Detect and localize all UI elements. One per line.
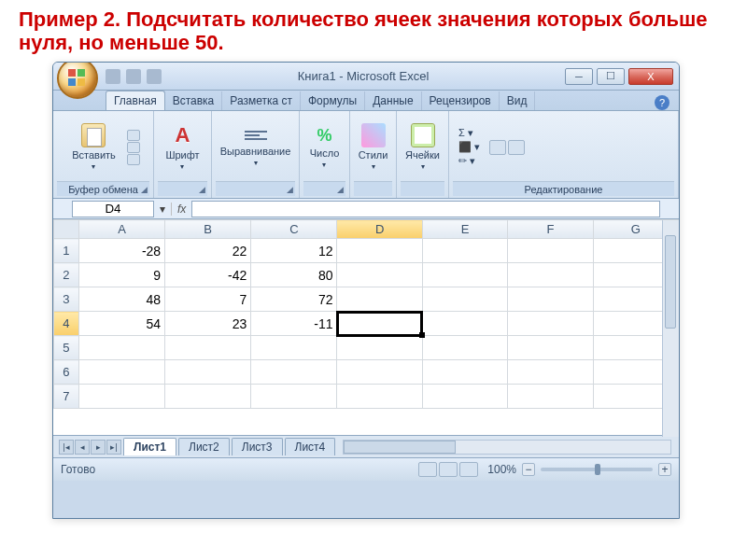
cell-E2[interactable] xyxy=(422,263,507,287)
row-header-1[interactable]: 1 xyxy=(54,239,79,263)
cell-F6[interactable] xyxy=(508,360,593,385)
sheet-tab-2[interactable]: Лист2 xyxy=(178,438,230,455)
hscroll-thumb[interactable] xyxy=(344,441,456,454)
vertical-scrollbar[interactable] xyxy=(662,220,679,437)
row-header-7[interactable]: 7 xyxy=(54,385,79,409)
cell-C4[interactable]: -11 xyxy=(251,312,337,336)
cell-C6[interactable] xyxy=(251,360,337,385)
cell-D5[interactable] xyxy=(337,336,422,360)
col-header-A[interactable]: A xyxy=(78,220,164,239)
tab-insert[interactable]: Вставка xyxy=(165,91,223,110)
cell-D3[interactable] xyxy=(337,287,422,312)
col-header-F[interactable]: F xyxy=(508,220,593,239)
cell-B7[interactable] xyxy=(165,385,251,409)
cell-C5[interactable] xyxy=(251,336,337,360)
tab-view[interactable]: Вид xyxy=(500,91,536,110)
sheet-tab-4[interactable]: Лист4 xyxy=(285,438,336,455)
sheet-tab-1[interactable]: Лист1 xyxy=(123,438,176,455)
row-header-4[interactable]: 4 xyxy=(54,312,79,336)
fx-icon[interactable]: fx xyxy=(171,203,191,216)
cell-B6[interactable] xyxy=(165,360,251,385)
cell-E6[interactable] xyxy=(422,360,507,385)
cell-F5[interactable] xyxy=(508,336,593,360)
cell-A5[interactable] xyxy=(78,336,164,360)
sheet-tab-3[interactable]: Лист3 xyxy=(232,438,283,455)
find-icon[interactable] xyxy=(508,140,525,155)
qat-save-icon[interactable] xyxy=(106,69,120,84)
zoom-level[interactable]: 100% xyxy=(487,463,516,476)
cell-B1[interactable]: 22 xyxy=(165,239,251,263)
cell-E1[interactable] xyxy=(422,239,507,263)
font-button[interactable]: AШрифт▾ xyxy=(160,121,204,173)
select-all-corner[interactable] xyxy=(54,220,79,239)
minimize-button[interactable]: ─ xyxy=(565,68,593,85)
row-header-3[interactable]: 3 xyxy=(54,287,79,312)
autosum-icon[interactable]: Σ ▾ xyxy=(458,127,480,139)
qat-redo-icon[interactable] xyxy=(147,69,162,84)
worksheet-grid[interactable]: ABCDEFG1-28221229-428034877245423-11567 xyxy=(53,219,679,436)
office-button[interactable] xyxy=(57,62,98,99)
view-normal-icon[interactable] xyxy=(418,462,437,477)
cell-B2[interactable]: -42 xyxy=(165,263,251,287)
cell-D7[interactable] xyxy=(337,385,422,409)
qat-undo-icon[interactable] xyxy=(126,69,141,84)
number-dialog-icon[interactable]: ◢ xyxy=(337,185,344,194)
cell-F3[interactable] xyxy=(508,287,593,312)
row-header-6[interactable]: 6 xyxy=(54,360,79,385)
vscroll-thumb[interactable] xyxy=(665,235,676,329)
zoom-slider[interactable] xyxy=(541,468,653,471)
tab-home[interactable]: Главная xyxy=(106,91,165,110)
alignment-dialog-icon[interactable]: ◢ xyxy=(287,185,293,194)
font-dialog-icon[interactable]: ◢ xyxy=(199,185,205,194)
maximize-button[interactable]: ☐ xyxy=(597,68,625,85)
alignment-dropdown-icon[interactable]: ▾ xyxy=(254,159,258,167)
cell-E3[interactable] xyxy=(422,287,507,312)
sheet-nav-prev[interactable]: ◂ xyxy=(75,440,90,455)
cell-C3[interactable]: 72 xyxy=(251,287,337,312)
cell-A7[interactable] xyxy=(78,385,164,409)
cell-B3[interactable]: 7 xyxy=(165,287,251,312)
cell-E4[interactable] xyxy=(422,312,507,336)
view-pagebreak-icon[interactable] xyxy=(459,462,478,477)
tab-layout[interactable]: Разметка ст xyxy=(222,91,301,110)
name-box[interactable] xyxy=(72,201,154,217)
zoom-out-button[interactable]: − xyxy=(522,463,535,476)
tab-formulas[interactable]: Формулы xyxy=(301,91,365,110)
tab-data[interactable]: Данные xyxy=(365,91,421,110)
col-header-B[interactable]: B xyxy=(165,220,251,239)
cell-D4[interactable] xyxy=(337,312,422,336)
sort-icon[interactable] xyxy=(489,140,506,155)
col-header-D[interactable]: D xyxy=(337,220,422,239)
cell-A4[interactable]: 54 xyxy=(78,312,164,336)
font-dropdown-icon[interactable]: ▾ xyxy=(180,162,184,171)
col-header-C[interactable]: C xyxy=(251,220,337,239)
cell-B5[interactable] xyxy=(165,336,251,360)
styles-button[interactable]: Стили▾ xyxy=(353,121,394,173)
row-header-5[interactable]: 5 xyxy=(54,336,79,360)
cell-B4[interactable]: 23 xyxy=(165,312,251,336)
horizontal-scrollbar[interactable] xyxy=(343,440,671,455)
cell-A2[interactable]: 9 xyxy=(78,263,164,287)
formula-bar[interactable] xyxy=(191,201,660,217)
cell-C1[interactable]: 12 xyxy=(251,239,337,263)
paste-dropdown-icon[interactable]: ▾ xyxy=(92,162,95,171)
paste-button[interactable]: Вставить ▾ xyxy=(66,121,121,173)
close-button[interactable]: X xyxy=(628,68,673,85)
cell-F4[interactable] xyxy=(508,312,593,336)
cell-F1[interactable] xyxy=(508,239,593,263)
sheet-nav-first[interactable]: |◂ xyxy=(59,440,74,455)
cells-dropdown-icon[interactable]: ▾ xyxy=(421,162,425,171)
zoom-in-button[interactable]: + xyxy=(658,463,671,476)
cells-button[interactable]: Ячейки▾ xyxy=(400,121,445,173)
alignment-button[interactable]: Выравнивание▾ xyxy=(215,125,297,169)
tab-review[interactable]: Рецензиров xyxy=(422,91,500,110)
col-header-E[interactable]: E xyxy=(422,220,507,239)
cell-A6[interactable] xyxy=(78,360,164,385)
format-painter-icon[interactable] xyxy=(127,154,140,165)
cell-F2[interactable] xyxy=(508,263,593,287)
clipboard-dialog-icon[interactable]: ◢ xyxy=(141,185,148,194)
styles-dropdown-icon[interactable]: ▾ xyxy=(372,162,375,171)
cell-D6[interactable] xyxy=(337,360,422,385)
cell-D2[interactable] xyxy=(337,263,422,287)
sheet-nav-last[interactable]: ▸| xyxy=(106,440,121,455)
